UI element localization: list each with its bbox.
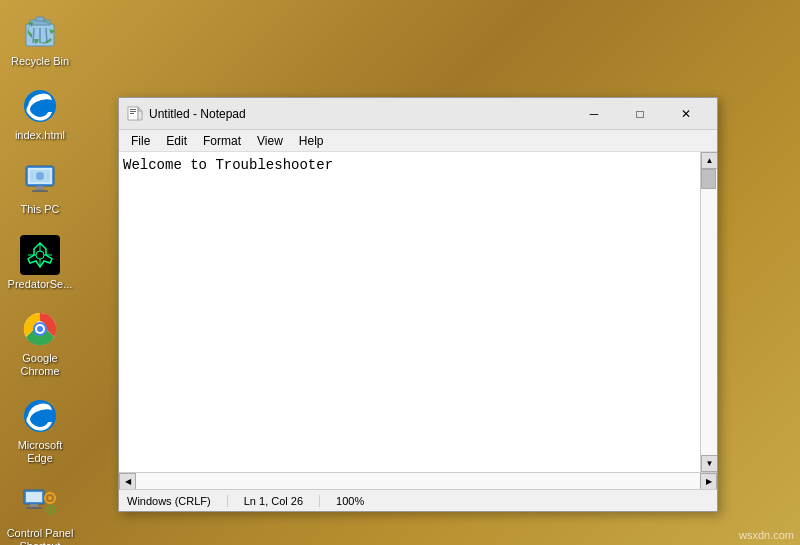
svg-rect-39 xyxy=(130,113,134,114)
statusbar-encoding: Windows (CRLF) xyxy=(127,495,228,507)
svg-rect-10 xyxy=(32,190,48,192)
statusbar-zoom: 100% xyxy=(320,495,380,507)
svg-point-12 xyxy=(36,172,44,180)
recycle-bin-icon xyxy=(20,12,60,52)
desktop-icon-index-html[interactable]: index.html xyxy=(3,82,77,146)
menu-file[interactable]: File xyxy=(123,132,158,150)
maximize-button[interactable]: □ xyxy=(617,98,663,130)
chrome-label: Google Chrome xyxy=(5,352,75,378)
svg-point-29 xyxy=(48,496,52,500)
edge-small-icon xyxy=(20,86,60,126)
desktop-icon-chrome[interactable]: Google Chrome xyxy=(3,305,77,382)
menu-view[interactable]: View xyxy=(249,132,291,150)
svg-rect-26 xyxy=(30,504,38,507)
scroll-thumb-v[interactable] xyxy=(701,169,716,189)
scroll-up-arrow[interactable]: ▲ xyxy=(701,152,717,169)
watermark: wsxdn.com xyxy=(739,529,794,541)
scroll-down-arrow[interactable]: ▼ xyxy=(701,455,717,472)
menu-help[interactable]: Help xyxy=(291,132,332,150)
edge-icon xyxy=(20,396,60,436)
desktop-icon-predator[interactable]: PredatorSe... xyxy=(3,231,77,295)
titlebar-buttons: ─ □ ✕ xyxy=(571,98,709,130)
predator-label: PredatorSe... xyxy=(5,278,75,291)
svg-rect-25 xyxy=(26,492,42,502)
notepad-titlebar: Untitled - Notepad ─ □ ✕ xyxy=(119,98,717,130)
recycle-bin-label: Recycle Bin xyxy=(5,55,75,68)
statusbar-position: Ln 1, Col 26 xyxy=(228,495,320,507)
svg-marker-41 xyxy=(138,107,142,111)
notepad-app-icon xyxy=(127,106,143,122)
minimize-button[interactable]: ─ xyxy=(571,98,617,130)
notepad-content-area: Welcome to Troubleshooter ▲ ▼ xyxy=(119,152,717,472)
this-pc-icon xyxy=(20,160,60,200)
desktop-icon-this-pc[interactable]: This PC xyxy=(3,156,77,220)
svg-rect-9 xyxy=(36,186,44,190)
index-html-label: index.html xyxy=(5,129,75,142)
desktop: Recycle Bin index.html xyxy=(0,0,800,545)
svg-line-5 xyxy=(46,28,47,43)
svg-point-14 xyxy=(36,251,44,259)
svg-rect-38 xyxy=(130,111,136,112)
this-pc-label: This PC xyxy=(5,203,75,216)
desktop-icons-column: Recycle Bin index.html xyxy=(0,0,80,545)
svg-point-35 xyxy=(50,508,53,511)
vertical-scrollbar[interactable]: ▲ ▼ xyxy=(700,152,717,472)
svg-rect-2 xyxy=(36,17,44,21)
scroll-track-v[interactable] xyxy=(701,169,717,455)
svg-rect-30 xyxy=(49,492,52,494)
notepad-title: Untitled - Notepad xyxy=(149,107,571,121)
desktop-icon-control-panel[interactable]: Control Panel Shortcut xyxy=(3,480,77,546)
notepad-menubar: File Edit Format View Help xyxy=(119,130,717,152)
horizontal-scrollbar[interactable]: ◀ ▶ xyxy=(119,472,717,489)
desktop-icon-edge[interactable]: Microsoft Edge xyxy=(3,392,77,469)
control-panel-icon xyxy=(20,484,60,524)
scroll-left-arrow[interactable]: ◀ xyxy=(119,473,136,490)
svg-point-22 xyxy=(37,326,43,332)
notepad-textarea[interactable]: Welcome to Troubleshooter xyxy=(119,152,700,472)
svg-rect-37 xyxy=(130,109,136,110)
chrome-icon xyxy=(20,309,60,349)
svg-rect-31 xyxy=(49,502,52,504)
notepad-statusbar: Windows (CRLF) Ln 1, Col 26 100% xyxy=(119,489,717,511)
desktop-icon-recycle-bin[interactable]: Recycle Bin xyxy=(3,8,77,72)
svg-line-3 xyxy=(33,28,34,43)
svg-rect-33 xyxy=(54,496,56,499)
notepad-window: Untitled - Notepad ─ □ ✕ File Edit Forma… xyxy=(118,97,718,512)
menu-format[interactable]: Format xyxy=(195,132,249,150)
edge-label: Microsoft Edge xyxy=(5,439,75,465)
scroll-right-arrow[interactable]: ▶ xyxy=(700,473,717,490)
control-panel-label: Control Panel Shortcut xyxy=(5,527,75,546)
menu-edit[interactable]: Edit xyxy=(158,132,195,150)
predator-icon xyxy=(20,235,60,275)
svg-rect-27 xyxy=(26,507,42,509)
scroll-track-h[interactable] xyxy=(136,473,700,490)
svg-rect-32 xyxy=(44,496,46,499)
close-button[interactable]: ✕ xyxy=(663,98,709,130)
